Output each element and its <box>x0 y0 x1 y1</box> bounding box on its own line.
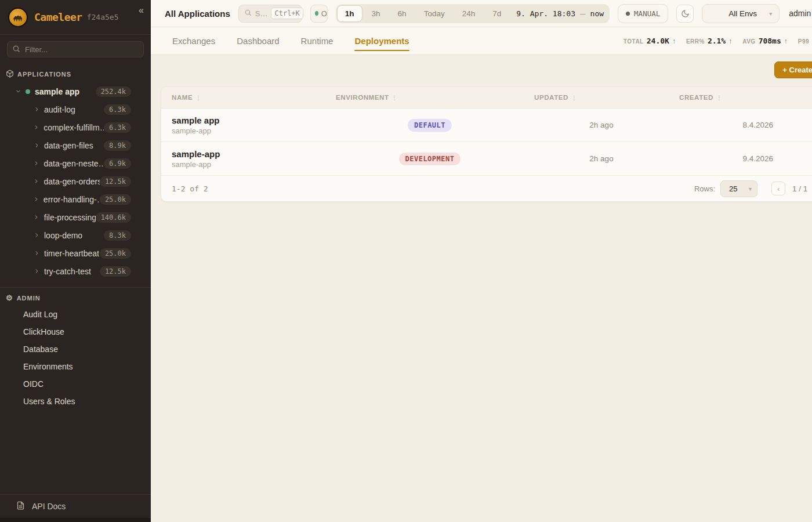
sidebar-item-sample-app[interactable]: sample app 252.4k <box>0 82 151 100</box>
rows-per-page-select[interactable]: 25 ▾ <box>720 180 757 197</box>
column-label: ENVIRONMENT <box>336 94 389 101</box>
stat-label: P99 <box>798 38 809 45</box>
stat-value: 24.0K <box>647 37 669 45</box>
sidebar-item-error-handling[interactable]: error-handling-… 25.0k <box>0 190 151 208</box>
time-range-3h[interactable]: 3h <box>364 5 389 22</box>
app-label: file-processing <box>44 213 96 222</box>
sort-icon: ⋮ <box>392 95 398 101</box>
caret-down-icon: ▾ <box>749 186 752 192</box>
count-badge: 12.5k <box>100 176 131 187</box>
rows-per-page-label: Rows: <box>694 184 715 193</box>
column-header-created[interactable]: CREATED ⋮ <box>669 87 812 108</box>
sidebar-item-data-gen-orders[interactable]: data-gen-orders 12.5k <box>0 172 151 190</box>
sidebar-item-loop-demo[interactable]: loop-demo 8.3k <box>0 226 151 244</box>
stat-label: AVG <box>742 38 755 45</box>
trigger-mode-button[interactable]: MANUAL <box>618 4 668 23</box>
applications-section-header: APPLICATIONS <box>0 64 151 82</box>
api-docs-label: API Docs <box>32 502 66 511</box>
online-dot-icon <box>315 11 318 16</box>
sidebar-item-data-gen-files[interactable]: data-gen-files 8.9k <box>0 136 151 154</box>
sidebar-item-audit-log[interactable]: audit-log 6.3k <box>0 100 151 118</box>
sidebar-item-oidc[interactable]: OIDC <box>0 375 151 393</box>
sidebar-filter <box>7 41 144 57</box>
environment-filter-select[interactable]: All Envs ▾ <box>702 4 780 23</box>
count-badge: 12.5k <box>100 266 131 277</box>
table-row[interactable]: sample-app sample-app DEVELOPMENT 2h ago… <box>161 142 812 176</box>
tab-deployments[interactable]: Deployments <box>354 27 409 55</box>
chevron-right-icon <box>32 160 40 166</box>
stat-label: ERR% <box>686 38 705 45</box>
column-label: CREATED <box>679 94 713 101</box>
sidebar-item-audit-log-admin[interactable]: Audit Log <box>0 306 151 323</box>
time-range-today[interactable]: Today <box>416 5 453 22</box>
tab-exchanges[interactable]: Exchanges <box>172 27 215 55</box>
trend-up-icon: ↑ <box>784 37 788 45</box>
stat-avg: AVG 708ms ↑ <box>742 37 788 45</box>
prev-page-button[interactable]: ‹ <box>771 182 785 195</box>
admin-item-label: Audit Log <box>23 310 57 319</box>
column-label: UPDATED <box>534 94 568 101</box>
admin-item-label: OIDC <box>23 379 44 389</box>
stat-value: 2.1% <box>708 37 726 45</box>
stat-label: TOTAL <box>624 38 644 45</box>
sidebar-collapse-icon[interactable]: « <box>139 6 144 15</box>
column-header-environment[interactable]: ENVIRONMENT ⋮ <box>325 87 524 108</box>
app-label: data-gen-files <box>44 141 93 150</box>
count-badge: 252.4k <box>96 86 131 97</box>
sidebar-item-complex-fulfillment[interactable]: complex-fulfillm… 6.3k <box>0 118 151 136</box>
sidebar-item-database[interactable]: Database <box>0 340 151 358</box>
sort-icon: ⋮ <box>195 95 202 101</box>
sidebar-item-try-catch-test[interactable]: try-catch-test 12.5k <box>0 262 151 280</box>
range-end-value[interactable]: now <box>590 9 604 18</box>
table-row[interactable]: sample app sample-app DEFAULT 2h ago 8.4… <box>161 108 812 142</box>
time-range-24h[interactable]: 24h <box>454 5 484 22</box>
filter-input[interactable] <box>7 41 144 57</box>
sidebar-item-data-gen-nested[interactable]: data-gen-neste… 6.9k <box>0 154 151 172</box>
created-value: 8.4.2026 <box>742 121 773 129</box>
time-range-7d[interactable]: 7d <box>484 5 509 22</box>
deployments-table: NAME ⋮ ENVIRONMENT ⋮ UPDATED ⋮ CREATED ⋮ <box>161 86 812 202</box>
time-range-1h[interactable]: 1h <box>337 5 362 22</box>
environment-badge: DEFAULT <box>408 119 452 132</box>
api-docs-link[interactable]: API Docs <box>0 494 151 518</box>
app-label: timer-heartbeat <box>44 249 99 258</box>
deployment-slug: sample-app <box>172 160 325 169</box>
page-title: All Applications <box>165 9 230 19</box>
count-badge: 25.0k <box>100 194 131 205</box>
chevron-right-icon <box>32 106 41 113</box>
sidebar-item-environments[interactable]: Environments <box>0 358 151 375</box>
result-range-label: 1-2 of 2 <box>172 184 208 193</box>
sidebar-item-file-processing[interactable]: file-processing 140.6k <box>0 208 151 226</box>
sidebar-item-users-roles[interactable]: Users & Roles <box>0 393 151 410</box>
caret-down-icon: ▾ <box>769 10 772 17</box>
chevron-right-icon <box>32 214 41 220</box>
admin-item-label: ClickHouse <box>23 327 64 336</box>
theme-toggle-button[interactable] <box>676 5 694 23</box>
sort-icon: ⋮ <box>716 95 723 101</box>
search-placeholder-text: S… <box>255 9 268 18</box>
time-range-6h[interactable]: 6h <box>390 5 415 22</box>
count-badge: 8.3k <box>104 230 131 241</box>
global-search[interactable]: S… Ctrl+K <box>238 5 302 23</box>
column-header-name[interactable]: NAME ⋮ <box>161 87 325 108</box>
count-badge: 25.0k <box>100 248 131 259</box>
stats-strip: TOTAL 24.0K ↑ ERR% 2.1% ↑ AVG 708ms ↑ P9… <box>624 37 812 45</box>
sidebar: Cameleer f24a5e5 « APPLICATIONS sample a… <box>0 0 151 522</box>
create-app-button[interactable]: + Create App <box>774 61 812 78</box>
brand-version: f24a5e5 <box>87 13 119 21</box>
range-start-value[interactable]: 9. Apr. 18:03 <box>516 9 575 18</box>
box-icon <box>6 70 14 79</box>
sidebar-header: Cameleer f24a5e5 « <box>0 0 151 35</box>
column-header-updated[interactable]: UPDATED ⋮ <box>524 87 669 108</box>
tab-runtime[interactable]: Runtime <box>301 27 334 55</box>
gear-icon: ⚙ <box>6 293 13 302</box>
count-badge: 6.9k <box>104 158 131 169</box>
sidebar-item-clickhouse[interactable]: ClickHouse <box>0 323 151 340</box>
range-separator: – <box>580 8 586 19</box>
app-label: try-catch-test <box>44 267 91 276</box>
online-status-toggle[interactable]: O <box>310 5 328 23</box>
sidebar-item-timer-heartbeat[interactable]: timer-heartbeat 25.0k <box>0 244 151 262</box>
username-label: admin <box>789 9 811 18</box>
sidebar-bottom-strip <box>0 518 151 522</box>
tab-dashboard[interactable]: Dashboard <box>237 27 279 55</box>
